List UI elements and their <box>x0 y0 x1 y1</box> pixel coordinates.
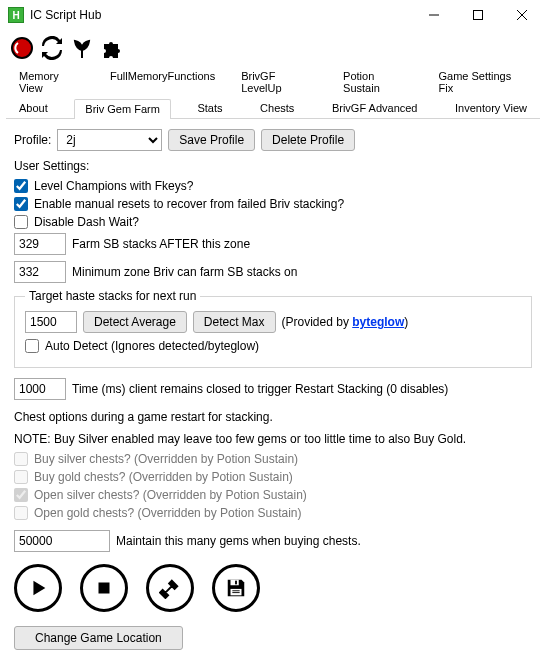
chest-note: NOTE: Buy Silver enabled may leave too f… <box>14 432 532 446</box>
maintain-gems-input[interactable] <box>14 530 110 552</box>
detect-max-button[interactable]: Detect Max <box>193 311 276 333</box>
farm-after-zone-input[interactable] <box>14 233 66 255</box>
min-zone-input[interactable] <box>14 261 66 283</box>
profile-select[interactable]: 2j <box>57 129 162 151</box>
maintain-gems-label: Maintain this many gems when buying ches… <box>116 534 361 548</box>
svg-marker-5 <box>33 581 45 596</box>
window-title: IC Script Hub <box>30 8 101 22</box>
open-silver-checkbox <box>14 488 28 502</box>
auto-detect-checkbox[interactable] <box>25 339 39 353</box>
tab-stats[interactable]: Stats <box>186 98 233 118</box>
disable-dash-checkbox[interactable] <box>14 215 28 229</box>
byteglow-link[interactable]: byteglow <box>352 315 404 329</box>
tab-game-settings-fix[interactable]: Game Settings Fix <box>427 66 538 98</box>
open-gold-checkbox <box>14 506 28 520</box>
tab-chests[interactable]: Chests <box>249 98 305 118</box>
tab-fullmemoryfunctions[interactable]: FullMemoryFunctions <box>99 66 226 98</box>
play-button[interactable] <box>14 564 62 612</box>
minimize-button[interactable] <box>412 0 456 30</box>
stop-button[interactable] <box>80 564 128 612</box>
change-game-location-button[interactable]: Change Game Location <box>14 626 183 650</box>
open-gold-label: Open gold chests? (Overridden by Potion … <box>34 506 301 520</box>
tab-inventory-view[interactable]: Inventory View <box>444 98 538 118</box>
buy-gold-checkbox <box>14 470 28 484</box>
svg-rect-1 <box>474 11 483 20</box>
svg-rect-6 <box>99 583 110 594</box>
haste-fieldset: Target haste stacks for next run Detect … <box>14 289 532 368</box>
level-fkeys-checkbox[interactable] <box>14 179 28 193</box>
puzzle-icon[interactable] <box>98 34 126 62</box>
manual-resets-checkbox[interactable] <box>14 197 28 211</box>
refresh-icon[interactable] <box>38 34 66 62</box>
toolbar <box>0 30 546 66</box>
tab-briv-gem-farm[interactable]: Briv Gem Farm <box>74 99 171 119</box>
farm-after-zone-label: Farm SB stacks AFTER this zone <box>72 237 250 251</box>
record-icon[interactable] <box>8 34 36 62</box>
maximize-button[interactable] <box>456 0 500 30</box>
title-bar: H IC Script Hub <box>0 0 546 30</box>
haste-value-input[interactable] <box>25 311 77 333</box>
open-silver-label: Open silver chests? (Overridden by Potio… <box>34 488 307 502</box>
level-fkeys-label: Level Champions with Fkeys? <box>34 179 193 193</box>
provided-by-text: (Provided by byteglow) <box>282 315 409 329</box>
chest-options-heading: Chest options during a game restart for … <box>14 410 532 424</box>
save-button[interactable] <box>212 564 260 612</box>
tab-brivgf-advanced[interactable]: BrivGF Advanced <box>321 98 429 118</box>
tab-memory-view[interactable]: Memory View <box>8 66 95 98</box>
buy-gold-label: Buy gold chests? (Overridden by Potion S… <box>34 470 293 484</box>
save-profile-button[interactable]: Save Profile <box>168 129 255 151</box>
restart-time-input[interactable] <box>14 378 66 400</box>
tab-brivgf-levelup[interactable]: BrivGF LevelUp <box>230 66 328 98</box>
svg-rect-8 <box>235 581 237 585</box>
user-settings-heading: User Settings: <box>14 159 532 173</box>
auto-detect-label: Auto Detect (Ignores detected/byteglow) <box>45 339 259 353</box>
close-button[interactable] <box>500 0 544 30</box>
tab-content: Profile: 2j Save Profile Delete Profile … <box>0 119 546 657</box>
delete-profile-button[interactable]: Delete Profile <box>261 129 355 151</box>
plant-icon[interactable] <box>68 34 96 62</box>
buy-silver-label: Buy silver chests? (Overridden by Potion… <box>34 452 298 466</box>
manual-resets-label: Enable manual resets to recover from fai… <box>34 197 344 211</box>
app-icon: H <box>8 7 24 23</box>
connect-button[interactable] <box>146 564 194 612</box>
haste-legend: Target haste stacks for next run <box>25 289 200 303</box>
svg-rect-7 <box>231 580 239 586</box>
restart-time-label: Time (ms) client remains closed to trigg… <box>72 382 448 396</box>
detect-average-button[interactable]: Detect Average <box>83 311 187 333</box>
tab-about[interactable]: About <box>8 98 59 118</box>
buy-silver-checkbox <box>14 452 28 466</box>
tab-potion-sustain[interactable]: Potion Sustain <box>332 66 423 98</box>
min-zone-label: Minimum zone Briv can farm SB stacks on <box>72 265 297 279</box>
tab-bar: Memory View FullMemoryFunctions BrivGF L… <box>0 66 546 119</box>
disable-dash-label: Disable Dash Wait? <box>34 215 139 229</box>
profile-label: Profile: <box>14 133 51 147</box>
